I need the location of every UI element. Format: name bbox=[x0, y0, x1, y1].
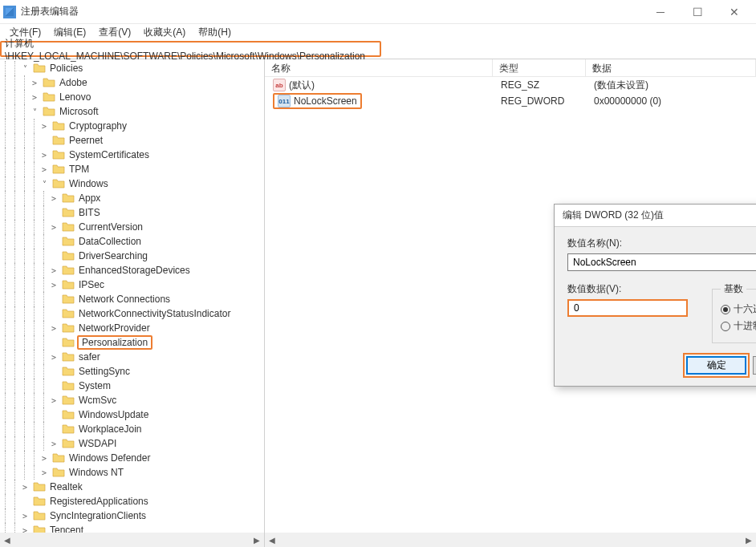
expand-icon[interactable]: > bbox=[39, 454, 50, 463]
tree-node-driversearching[interactable]: ·DriverSearching bbox=[0, 249, 264, 263]
expand-icon[interactable]: > bbox=[39, 151, 50, 160]
expand-icon[interactable]: > bbox=[48, 194, 59, 203]
tree-node-windows-defender[interactable]: >Windows Defender bbox=[0, 451, 264, 465]
tree-node-syncintegrationclients[interactable]: >SyncIntegrationClients bbox=[0, 509, 264, 523]
tree-node-bits[interactable]: ·BITS bbox=[0, 205, 264, 220]
folder-icon bbox=[62, 409, 75, 420]
tree-node-personalization[interactable]: ·Personalization bbox=[0, 335, 264, 350]
tree-node-networkconnectivitystatusindicator[interactable]: ·NetworkConnectivityStatusIndicator bbox=[0, 306, 264, 321]
tree-node-realtek[interactable]: >Realtek bbox=[0, 480, 264, 494]
expand-icon[interactable]: > bbox=[29, 93, 40, 102]
tree-node-label: Windows bbox=[67, 178, 110, 189]
scroll-left-icon[interactable]: ◀ bbox=[0, 536, 14, 545]
tree-node-tpm[interactable]: >TPM bbox=[0, 162, 264, 176]
expand-icon[interactable]: > bbox=[48, 440, 59, 448]
tree-node-label: Personalization bbox=[77, 335, 152, 350]
expand-icon[interactable]: > bbox=[48, 324, 59, 333]
expand-icon[interactable]: > bbox=[29, 79, 40, 87]
radio-hex-label: 十六进制(H) bbox=[734, 302, 756, 316]
expand-icon[interactable]: > bbox=[48, 223, 59, 232]
tree-node-network-connections[interactable]: ·Network Connections bbox=[0, 292, 264, 306]
tree-node-enhancedstoragedevices[interactable]: >EnhancedStorageDevices bbox=[0, 263, 264, 278]
list-hscrollbar[interactable]: ◀ ▶ bbox=[265, 533, 756, 547]
collapse-icon[interactable]: ˅ bbox=[29, 107, 40, 116]
expand-icon[interactable]: > bbox=[48, 396, 59, 405]
address-bar[interactable]: 计算机\HKEY_LOCAL_MACHINE\SOFTWARE\Policies… bbox=[0, 41, 381, 57]
tree-node-tencent[interactable]: >Tencent bbox=[0, 523, 264, 533]
tree-node-adobe[interactable]: >Adobe bbox=[0, 75, 264, 90]
dialog-titlebar[interactable]: 编辑 DWORD (32 位)值 ✕ bbox=[555, 205, 756, 227]
tree-node-wcmsvc[interactable]: >WcmSvc bbox=[0, 393, 264, 407]
expand-icon[interactable]: > bbox=[39, 165, 50, 174]
tree-node-peernet[interactable]: ·Peernet bbox=[0, 133, 264, 148]
radio-hex[interactable]: 十六进制(H) bbox=[721, 301, 756, 318]
tree-node-ipsec[interactable]: >IPSec bbox=[0, 278, 264, 292]
minimize-button[interactable]: ─ bbox=[642, 0, 679, 24]
tree-node-system[interactable]: ·System bbox=[0, 379, 264, 393]
radio-dec[interactable]: 十进制(D) bbox=[721, 318, 756, 334]
window-buttons: ─ ☐ ✕ bbox=[642, 0, 753, 24]
tree-leaf-marker: · bbox=[48, 425, 59, 434]
tree-node-windows-nt[interactable]: >Windows NT bbox=[0, 465, 264, 480]
expand-icon[interactable]: > bbox=[39, 122, 50, 131]
tree-node-networkprovider[interactable]: >NetworkProvider bbox=[0, 321, 264, 335]
tree-node-currentversion[interactable]: >CurrentVersion bbox=[0, 220, 264, 234]
collapse-icon[interactable]: ˅ bbox=[39, 180, 50, 188]
tree-node-registeredapplications[interactable]: ·RegisteredApplications bbox=[0, 494, 264, 509]
tree-node-policies[interactable]: ˅Policies bbox=[0, 61, 264, 75]
tree-node-label: Policies bbox=[48, 63, 84, 74]
value-data-input[interactable] bbox=[567, 299, 688, 317]
folder-icon bbox=[62, 221, 75, 233]
tree-node-workplacejoin[interactable]: ·WorkplaceJoin bbox=[0, 422, 264, 436]
tree-node-label: Tencent bbox=[48, 525, 85, 533]
ok-button[interactable]: 确定 bbox=[686, 356, 746, 375]
tree-leaf-marker: · bbox=[48, 237, 59, 246]
expand-icon[interactable]: > bbox=[48, 353, 59, 362]
list-row[interactable]: 011NoLockScreenREG_DWORD0x00000000 (0) bbox=[266, 93, 756, 109]
expand-icon[interactable]: > bbox=[48, 281, 59, 290]
col-data[interactable]: 数据 bbox=[586, 59, 756, 76]
value-name-input[interactable] bbox=[567, 253, 756, 271]
expand-icon[interactable]: > bbox=[19, 526, 30, 533]
tree-node-cryptography[interactable]: >Cryptography bbox=[0, 119, 264, 133]
tree-node-systemcertificates[interactable]: >SystemCertificates bbox=[0, 148, 264, 162]
dialog-buttons: 确定 取消 bbox=[567, 356, 756, 375]
folder-icon bbox=[52, 467, 65, 478]
tree-node-label: Microsoft bbox=[58, 106, 100, 117]
tree-node-wsdapi[interactable]: >WSDAPI bbox=[0, 436, 264, 451]
tree-hscrollbar[interactable]: ◀ ▶ bbox=[0, 533, 265, 547]
col-type[interactable]: 类型 bbox=[493, 59, 586, 76]
tree-node-windows[interactable]: ˅Windows bbox=[0, 176, 264, 191]
scroll-right-icon[interactable]: ▶ bbox=[250, 536, 264, 545]
base-legend: 基数 bbox=[721, 282, 746, 296]
expand-icon[interactable]: > bbox=[39, 468, 50, 477]
folder-icon bbox=[33, 496, 46, 507]
scroll-right-icon[interactable]: ▶ bbox=[742, 536, 756, 545]
cell-type: REG_SZ bbox=[494, 78, 587, 92]
maximize-button[interactable]: ☐ bbox=[679, 0, 716, 24]
tree-node-microsoft[interactable]: ˅Microsoft bbox=[0, 104, 264, 119]
tree-node-safer[interactable]: >safer bbox=[0, 350, 264, 364]
tree-node-appx[interactable]: >Appx bbox=[0, 191, 264, 205]
collapse-icon[interactable]: ˅ bbox=[19, 64, 30, 73]
close-button[interactable]: ✕ bbox=[716, 0, 753, 24]
expand-icon[interactable]: > bbox=[19, 512, 30, 521]
tree-node-settingsync[interactable]: ·SettingSync bbox=[0, 364, 264, 379]
tree-leaf-marker: · bbox=[48, 411, 59, 419]
tree-leaf-marker: · bbox=[48, 367, 59, 376]
col-name[interactable]: 名称 bbox=[265, 59, 493, 76]
tree-panel[interactable]: ˅Policies>Adobe>Lenovo˅Microsoft>Cryptog… bbox=[0, 59, 265, 533]
tree-node-datacollection[interactable]: ·DataCollection bbox=[0, 234, 264, 249]
folder-icon bbox=[43, 106, 55, 117]
list-row[interactable]: ab(默认)REG_SZ(数值未设置) bbox=[266, 77, 756, 93]
folder-icon bbox=[52, 135, 65, 146]
list-body: ab(默认)REG_SZ(数值未设置)011NoLockScreenREG_DW… bbox=[265, 77, 756, 109]
tree-node-label: Cryptography bbox=[67, 120, 128, 132]
expand-icon[interactable]: > bbox=[48, 266, 59, 275]
expand-icon[interactable]: > bbox=[19, 483, 30, 492]
tree-leaf-marker: · bbox=[48, 382, 59, 391]
tree-node-windowsupdate[interactable]: ·WindowsUpdate bbox=[0, 407, 264, 422]
tree-node-lenovo[interactable]: >Lenovo bbox=[0, 90, 264, 104]
scroll-left-icon[interactable]: ◀ bbox=[265, 536, 279, 545]
cancel-button[interactable]: 取消 bbox=[753, 356, 756, 375]
